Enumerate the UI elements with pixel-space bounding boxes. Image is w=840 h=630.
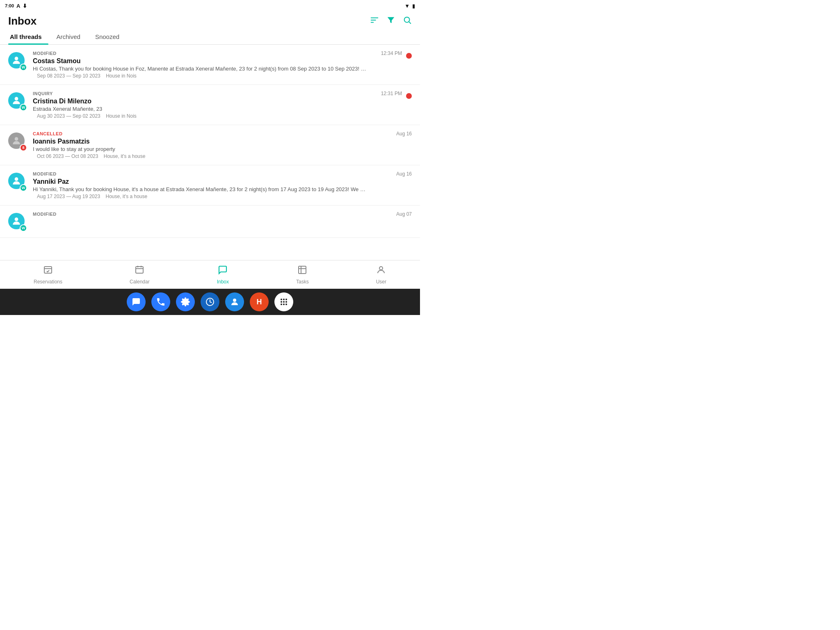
app-icon-a: A [16,3,20,9]
thread-meta: CANCELLED Aug 16 [33,131,412,137]
tab-archived[interactable]: Archived [55,29,87,44]
unread-dot [406,53,412,59]
svg-rect-16 [299,266,306,274]
thread-preview: I would like to stay at your property [33,146,369,152]
tab-all-threads[interactable]: All threads [8,29,48,44]
tabs-bar: All threads Archived Snoozed [0,29,420,45]
wifi-icon: ▼ [404,3,410,9]
thread-content: CANCELLED Aug 16 Ioannis Pasmatzis I wou… [33,131,412,159]
thread-item[interactable]: W MODIFIED Aug 16 Yanniki Paz Hi Yanniki… [0,165,420,205]
avatar-badge: 8 [20,144,27,151]
thread-content: MODIFIED Aug 16 Yanniki Paz Hi Yanniki, … [33,171,412,199]
thread-preview: Estrada Xeneral Mañente, 23 [33,106,369,112]
thread-dates: Oct 06 2023 — Oct 08 2023 House, it's a … [33,153,412,159]
thread-item[interactable]: W INQUIRY 12:31 PM Cristina Di Milenzo E… [0,85,420,125]
svg-rect-10 [44,267,52,273]
thread-name: Cristina Di Milenzo [33,98,402,105]
search-icon[interactable] [403,16,412,27]
unread-dot [406,93,412,99]
status-left: 7:00 A ⬇ [5,3,27,9]
tasks-icon [297,265,307,277]
dock-settings[interactable] [176,292,195,311]
dock: H [0,289,420,315]
svg-point-21 [233,299,236,302]
thread-status: MODIFIED [33,51,57,56]
thread-item[interactable]: W MODIFIED Aug 07 [0,205,420,238]
bottom-nav: Reservations Calendar Inbox Tasks User [0,260,420,289]
nav-reservations-label: Reservations [34,279,62,285]
thread-name: Ioannis Pasmatzis [33,138,412,145]
user-icon [376,265,386,277]
svg-point-29 [283,304,285,305]
dock-contacts[interactable] [225,292,244,311]
dock-hostaway[interactable]: H [250,292,269,311]
svg-point-27 [285,301,287,303]
thread-name: Costas Stamou [33,57,402,65]
svg-point-30 [285,304,287,305]
sort-icon[interactable] [370,16,379,27]
thread-item[interactable]: 8 CANCELLED Aug 16 Ioannis Pasmatzis I w… [0,125,420,165]
time: 7:00 [5,3,14,8]
nav-tasks-label: Tasks [296,279,309,285]
thread-meta: MODIFIED Aug 07 [33,211,412,217]
avatar-badge: W [20,64,27,71]
thread-name: Yanniki Paz [33,178,412,185]
thread-preview: Hi Yanniki, Thank you for booking House,… [33,186,369,192]
svg-point-28 [281,304,282,305]
reservations-icon [43,265,53,277]
svg-point-8 [15,177,18,181]
thread-content: MODIFIED Aug 07 [33,211,412,218]
avatar-badge: W [20,184,27,192]
thread-item[interactable]: W MODIFIED 12:34 PM Costas Stamou Hi Cos… [0,45,420,85]
dock-clock[interactable] [201,292,219,311]
svg-point-9 [15,217,18,221]
nav-user-label: User [376,279,386,285]
thread-time: Aug 16 [396,171,412,177]
avatar-badge: W [20,224,27,232]
thread-preview: Hi Costas, Thank you for booking House i… [33,66,369,72]
nav-tasks[interactable]: Tasks [296,265,309,285]
thread-dates: Sep 08 2023 — Sep 10 2023 House in Nois [33,73,402,79]
svg-line-4 [409,22,411,23]
top-header: Inbox [0,11,420,29]
dock-grid[interactable] [274,292,293,311]
inbox-icon [218,265,228,277]
nav-inbox-label: Inbox [217,279,229,285]
nav-inbox[interactable]: Inbox [217,265,229,285]
dock-messages[interactable] [127,292,146,311]
filter-icon[interactable] [386,16,395,27]
avatar-wrap: W [8,213,27,232]
nav-reservations[interactable]: Reservations [34,265,62,285]
thread-status: MODIFIED [33,171,57,176]
nav-user[interactable]: User [376,265,386,285]
status-right: ▼ ▮ [404,3,415,9]
svg-point-7 [15,137,18,141]
avatar-wrap: W [8,92,27,111]
svg-point-25 [281,301,282,303]
svg-point-26 [283,301,285,303]
battery-icon: ▮ [412,3,415,9]
dock-phone[interactable] [151,292,170,311]
thread-meta: MODIFIED 12:34 PM [33,50,402,56]
tab-snoozed[interactable]: Snoozed [94,29,126,44]
thread-time: 12:31 PM [381,91,402,96]
avatar-badge: W [20,104,27,111]
thread-content: MODIFIED 12:34 PM Costas Stamou Hi Costa… [33,50,402,79]
svg-rect-12 [136,267,143,273]
svg-point-22 [281,299,282,300]
thread-list: W MODIFIED 12:34 PM Costas Stamou Hi Cos… [0,45,420,247]
svg-point-5 [15,57,18,60]
thread-dates: Aug 17 2023 — Aug 19 2023 House, it's a … [33,194,412,199]
thread-status: CANCELLED [33,131,62,136]
thread-time: 12:34 PM [381,50,402,56]
page-title: Inbox [8,15,37,27]
thread-dates: Aug 30 2023 — Sep 02 2023 House in Nois [33,113,402,119]
thread-status: MODIFIED [33,212,57,217]
thread-time: Aug 07 [396,211,412,217]
status-bar: 7:00 A ⬇ ▼ ▮ [0,0,420,11]
thread-content: INQUIRY 12:31 PM Cristina Di Milenzo Est… [33,91,402,119]
nav-calendar[interactable]: Calendar [130,265,150,285]
avatar-wrap: 8 [8,132,27,151]
calendar-icon [135,265,144,277]
thread-meta: INQUIRY 12:31 PM [33,91,402,96]
